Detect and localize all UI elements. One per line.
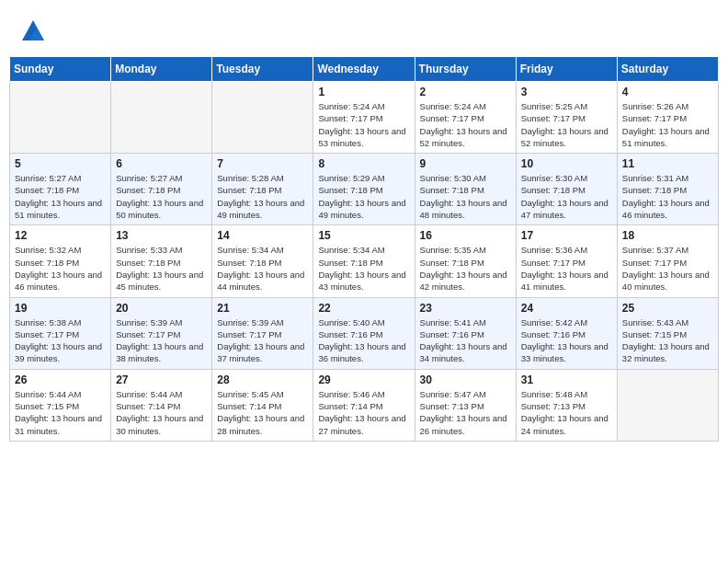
day-number: 27 bbox=[116, 373, 207, 386]
cell-sun-info: Sunrise: 5:29 AMSunset: 7:18 PMDaylight:… bbox=[318, 172, 409, 221]
calendar-cell: 17Sunrise: 5:36 AMSunset: 7:17 PMDayligh… bbox=[516, 225, 617, 297]
day-number: 23 bbox=[420, 302, 511, 315]
weekday-header-row: SundayMondayTuesdayWednesdayThursdayFrid… bbox=[10, 57, 719, 82]
calendar-cell: 22Sunrise: 5:40 AMSunset: 7:16 PMDayligh… bbox=[313, 297, 415, 369]
cell-sun-info: Sunrise: 5:44 AMSunset: 7:14 PMDaylight:… bbox=[116, 388, 207, 437]
cell-sun-info: Sunrise: 5:45 AMSunset: 7:14 PMDaylight:… bbox=[217, 388, 308, 437]
cell-sun-info: Sunrise: 5:33 AMSunset: 7:18 PMDaylight:… bbox=[116, 244, 207, 293]
day-number: 4 bbox=[622, 86, 713, 98]
day-number: 5 bbox=[15, 157, 106, 170]
calendar-cell: 13Sunrise: 5:33 AMSunset: 7:18 PMDayligh… bbox=[111, 225, 212, 297]
day-number: 7 bbox=[217, 157, 308, 170]
calendar-cell: 4Sunrise: 5:26 AMSunset: 7:17 PMDaylight… bbox=[617, 82, 718, 154]
day-number: 17 bbox=[521, 229, 612, 242]
calendar-cell: 26Sunrise: 5:44 AMSunset: 7:15 PMDayligh… bbox=[10, 369, 111, 441]
calendar-cell: 23Sunrise: 5:41 AMSunset: 7:16 PMDayligh… bbox=[415, 297, 516, 369]
calendar-week-row: 1Sunrise: 5:24 AMSunset: 7:17 PMDaylight… bbox=[10, 82, 719, 154]
cell-sun-info: Sunrise: 5:25 AMSunset: 7:17 PMDaylight:… bbox=[521, 100, 612, 149]
calendar-cell: 29Sunrise: 5:46 AMSunset: 7:14 PMDayligh… bbox=[313, 369, 415, 441]
calendar-week-row: 5Sunrise: 5:27 AMSunset: 7:18 PMDaylight… bbox=[10, 154, 719, 225]
day-number: 6 bbox=[116, 157, 207, 170]
calendar-cell bbox=[111, 82, 212, 154]
calendar-cell: 16Sunrise: 5:35 AMSunset: 7:18 PMDayligh… bbox=[415, 225, 516, 297]
day-number: 22 bbox=[318, 302, 409, 315]
calendar-cell: 27Sunrise: 5:44 AMSunset: 7:14 PMDayligh… bbox=[111, 369, 212, 441]
day-number: 29 bbox=[318, 373, 409, 386]
cell-sun-info: Sunrise: 5:24 AMSunset: 7:17 PMDaylight:… bbox=[318, 100, 409, 149]
cell-sun-info: Sunrise: 5:43 AMSunset: 7:15 PMDaylight:… bbox=[622, 316, 713, 365]
cell-sun-info: Sunrise: 5:27 AMSunset: 7:18 PMDaylight:… bbox=[15, 172, 106, 221]
logo bbox=[18, 18, 46, 44]
day-number: 25 bbox=[622, 302, 713, 315]
calendar-table: SundayMondayTuesdayWednesdayThursdayFrid… bbox=[9, 56, 719, 442]
calendar-cell: 31Sunrise: 5:48 AMSunset: 7:13 PMDayligh… bbox=[516, 369, 617, 441]
calendar-cell: 1Sunrise: 5:24 AMSunset: 7:17 PMDaylight… bbox=[313, 82, 415, 154]
day-number: 12 bbox=[15, 229, 106, 242]
calendar-cell: 21Sunrise: 5:39 AMSunset: 7:17 PMDayligh… bbox=[212, 297, 313, 369]
cell-sun-info: Sunrise: 5:24 AMSunset: 7:17 PMDaylight:… bbox=[420, 100, 511, 149]
cell-sun-info: Sunrise: 5:40 AMSunset: 7:16 PMDaylight:… bbox=[318, 316, 409, 365]
day-number: 21 bbox=[217, 302, 308, 315]
cell-sun-info: Sunrise: 5:31 AMSunset: 7:18 PMDaylight:… bbox=[622, 172, 713, 221]
day-number: 10 bbox=[521, 157, 612, 170]
calendar-cell: 10Sunrise: 5:30 AMSunset: 7:18 PMDayligh… bbox=[516, 154, 617, 225]
day-number: 31 bbox=[521, 373, 612, 386]
page-header bbox=[9, 9, 719, 49]
logo-icon bbox=[20, 18, 46, 44]
cell-sun-info: Sunrise: 5:42 AMSunset: 7:16 PMDaylight:… bbox=[521, 316, 612, 365]
cell-sun-info: Sunrise: 5:30 AMSunset: 7:18 PMDaylight:… bbox=[521, 172, 612, 221]
cell-sun-info: Sunrise: 5:38 AMSunset: 7:17 PMDaylight:… bbox=[15, 316, 106, 365]
calendar-cell: 8Sunrise: 5:29 AMSunset: 7:18 PMDaylight… bbox=[313, 154, 415, 225]
calendar-cell: 28Sunrise: 5:45 AMSunset: 7:14 PMDayligh… bbox=[212, 369, 313, 441]
day-number: 9 bbox=[420, 157, 511, 170]
calendar-cell: 6Sunrise: 5:27 AMSunset: 7:18 PMDaylight… bbox=[111, 154, 212, 225]
day-number: 28 bbox=[217, 373, 308, 386]
calendar-cell bbox=[10, 82, 111, 154]
cell-sun-info: Sunrise: 5:35 AMSunset: 7:18 PMDaylight:… bbox=[420, 244, 511, 293]
calendar-cell: 2Sunrise: 5:24 AMSunset: 7:17 PMDaylight… bbox=[415, 82, 516, 154]
day-number: 15 bbox=[318, 229, 409, 242]
cell-sun-info: Sunrise: 5:36 AMSunset: 7:17 PMDaylight:… bbox=[521, 244, 612, 293]
cell-sun-info: Sunrise: 5:27 AMSunset: 7:18 PMDaylight:… bbox=[116, 172, 207, 221]
weekday-header-tuesday: Tuesday bbox=[212, 57, 313, 82]
calendar-cell: 24Sunrise: 5:42 AMSunset: 7:16 PMDayligh… bbox=[516, 297, 617, 369]
calendar-cell: 9Sunrise: 5:30 AMSunset: 7:18 PMDaylight… bbox=[415, 154, 516, 225]
calendar-week-row: 26Sunrise: 5:44 AMSunset: 7:15 PMDayligh… bbox=[10, 369, 719, 441]
cell-sun-info: Sunrise: 5:28 AMSunset: 7:18 PMDaylight:… bbox=[217, 172, 308, 221]
day-number: 2 bbox=[420, 86, 511, 98]
calendar-week-row: 12Sunrise: 5:32 AMSunset: 7:18 PMDayligh… bbox=[10, 225, 719, 297]
day-number: 24 bbox=[521, 302, 612, 315]
weekday-header-sunday: Sunday bbox=[10, 57, 111, 82]
calendar-cell: 14Sunrise: 5:34 AMSunset: 7:18 PMDayligh… bbox=[212, 225, 313, 297]
day-number: 19 bbox=[15, 302, 106, 315]
cell-sun-info: Sunrise: 5:34 AMSunset: 7:18 PMDaylight:… bbox=[217, 244, 308, 293]
day-number: 16 bbox=[420, 229, 511, 242]
day-number: 8 bbox=[318, 157, 409, 170]
day-number: 13 bbox=[116, 229, 207, 242]
day-number: 14 bbox=[217, 229, 308, 242]
cell-sun-info: Sunrise: 5:44 AMSunset: 7:15 PMDaylight:… bbox=[15, 388, 106, 437]
day-number: 11 bbox=[622, 157, 713, 170]
calendar-cell: 11Sunrise: 5:31 AMSunset: 7:18 PMDayligh… bbox=[617, 154, 718, 225]
calendar-cell bbox=[617, 369, 718, 441]
weekday-header-saturday: Saturday bbox=[617, 57, 718, 82]
day-number: 26 bbox=[15, 373, 106, 386]
calendar-cell: 3Sunrise: 5:25 AMSunset: 7:17 PMDaylight… bbox=[516, 82, 617, 154]
cell-sun-info: Sunrise: 5:39 AMSunset: 7:17 PMDaylight:… bbox=[116, 316, 207, 365]
calendar-cell: 20Sunrise: 5:39 AMSunset: 7:17 PMDayligh… bbox=[111, 297, 212, 369]
cell-sun-info: Sunrise: 5:41 AMSunset: 7:16 PMDaylight:… bbox=[420, 316, 511, 365]
day-number: 20 bbox=[116, 302, 207, 315]
cell-sun-info: Sunrise: 5:30 AMSunset: 7:18 PMDaylight:… bbox=[420, 172, 511, 221]
weekday-header-wednesday: Wednesday bbox=[313, 57, 415, 82]
cell-sun-info: Sunrise: 5:39 AMSunset: 7:17 PMDaylight:… bbox=[217, 316, 308, 365]
calendar-cell: 25Sunrise: 5:43 AMSunset: 7:15 PMDayligh… bbox=[617, 297, 718, 369]
cell-sun-info: Sunrise: 5:46 AMSunset: 7:14 PMDaylight:… bbox=[318, 388, 409, 437]
weekday-header-friday: Friday bbox=[516, 57, 617, 82]
day-number: 1 bbox=[318, 86, 409, 98]
calendar-cell: 30Sunrise: 5:47 AMSunset: 7:13 PMDayligh… bbox=[415, 369, 516, 441]
day-number: 18 bbox=[622, 229, 713, 242]
calendar-cell: 19Sunrise: 5:38 AMSunset: 7:17 PMDayligh… bbox=[10, 297, 111, 369]
calendar-cell: 7Sunrise: 5:28 AMSunset: 7:18 PMDaylight… bbox=[212, 154, 313, 225]
weekday-header-monday: Monday bbox=[111, 57, 212, 82]
day-number: 30 bbox=[420, 373, 511, 386]
